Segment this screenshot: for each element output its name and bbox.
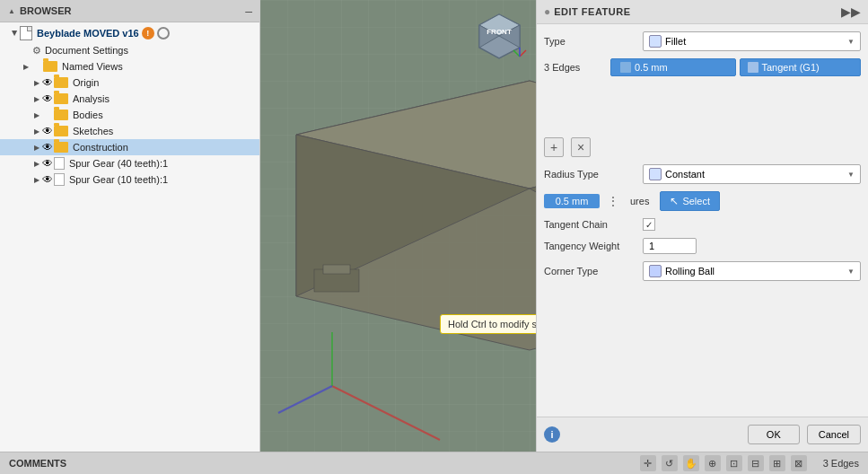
tree-item-document-settings[interactable]: ▶ ⚙ Document Settings <box>0 42 259 58</box>
corner-type-dropdown-btn[interactable]: Rolling Ball ▼ <box>643 261 861 281</box>
browser-collapse-triangle[interactable]: ▲ <box>7 6 16 15</box>
cancel-button[interactable]: Cancel <box>807 425 861 444</box>
tangency-weight-input[interactable] <box>643 238 697 254</box>
toolbar-rotate-icon[interactable]: ↺ <box>662 455 678 471</box>
bodies-label: Bodies <box>73 110 103 120</box>
sketches-triangle[interactable]: ▶ <box>32 127 41 136</box>
radius-input-group[interactable] <box>544 194 600 208</box>
remove-edge-button[interactable]: × <box>571 137 591 157</box>
analysis-triangle[interactable]: ▶ <box>32 94 41 103</box>
named-views-folder-icon <box>43 61 57 72</box>
add-edge-button[interactable]: + <box>544 137 564 157</box>
toolbar-view3-icon[interactable]: ⊠ <box>791 455 807 471</box>
corner-type-row: Corner Type Rolling Ball ▼ <box>544 261 861 281</box>
edges-mm-button[interactable]: 0.5 mm <box>610 58 736 76</box>
corner-type-label: Corner Type <box>544 266 643 276</box>
edges-btn-icon <box>620 62 631 73</box>
footer-buttons: OK Cancel <box>748 425 861 444</box>
type-value: Fillet <box>665 36 686 47</box>
type-dropdown-btn[interactable]: Fillet ▼ <box>643 31 861 51</box>
view-cube[interactable]: FRONT <box>470 7 529 66</box>
remove-icon: × <box>577 140 584 154</box>
toolbar-pan-icon[interactable]: ✋ <box>683 455 699 471</box>
sketches-eye[interactable]: 👁 <box>41 125 54 137</box>
dots-button[interactable]: ⋮ <box>603 194 623 208</box>
radius-value-row: ⋮ ures ↖ Select <box>544 191 861 211</box>
edit-panel-expand-icon[interactable]: ▶▶ <box>841 4 861 19</box>
corner-type-dropdown[interactable]: Rolling Ball ▼ <box>643 261 861 281</box>
toolbar-view2-icon[interactable]: ⊞ <box>769 455 785 471</box>
spur-gear-10-doc-icon <box>54 173 65 186</box>
spur-gear-40-triangle[interactable]: ▶ <box>32 159 41 168</box>
spur-gear-10-eye[interactable]: 👁 <box>41 173 54 186</box>
radius-type-label: Radius Type <box>544 169 643 180</box>
browser-header: ▲ BROWSER – <box>0 0 259 22</box>
spur-gear-10-triangle[interactable]: ▶ <box>32 175 41 184</box>
radius-type-row: Radius Type Constant ▼ <box>544 164 861 184</box>
edges-row: 3 Edges 0.5 mm Tangent (G1) <box>544 58 861 76</box>
tree-root-item[interactable]: ▶ Beyblade MOVED v16 ! <box>0 24 259 42</box>
root-doc-icon <box>20 26 32 40</box>
tangent-chain-checkbox[interactable]: ✓ <box>643 218 655 231</box>
tree-item-analysis[interactable]: ▶ 👁 Analysis <box>0 91 259 107</box>
tree-item-construction[interactable]: ▶ 👁 Construction <box>0 139 259 155</box>
spur-gear-40-doc-icon <box>54 157 65 170</box>
toolbar-move-icon[interactable]: ✛ <box>640 455 656 471</box>
edit-feature-header: ● EDIT FEATURE ▶▶ <box>537 0 868 24</box>
radius-type-dropdown-btn[interactable]: Constant ▼ <box>643 164 861 184</box>
tree-item-spur-gear-40[interactable]: ▶ 👁 Spur Gear (40 teeth):1 <box>0 155 259 171</box>
corner-type-value: Rolling Ball <box>665 266 715 276</box>
spur-gear-10-label: Spur Gear (10 teeth):1 <box>69 174 168 185</box>
gear-icon: ⚙ <box>31 44 43 57</box>
edit-panel: ● EDIT FEATURE ▶▶ Type Fillet <box>536 0 868 452</box>
select-cursor-icon: ↖ <box>670 195 679 207</box>
origin-eye[interactable]: 👁 <box>41 76 54 89</box>
status-right: ✛ ↺ ✋ ⊕ ⊡ ⊟ ⊞ ⊠ 3 Edges <box>640 455 859 471</box>
select-button[interactable]: ↖ Select <box>660 191 720 211</box>
status-bar: COMMENTS ✛ ↺ ✋ ⊕ ⊡ ⊟ ⊞ ⊠ 3 Edges <box>0 452 868 474</box>
radius-input[interactable] <box>549 196 594 206</box>
edges-label: 3 Edges <box>544 62 607 73</box>
tooltip-text: Hold Ctrl to modify selection <box>448 319 536 329</box>
origin-triangle[interactable]: ▶ <box>32 78 41 87</box>
type-dropdown[interactable]: Fillet ▼ <box>643 31 861 51</box>
origin-label: Origin <box>73 77 99 88</box>
bodies-triangle[interactable]: ▶ <box>32 110 41 119</box>
svg-rect-10 <box>323 265 350 274</box>
ok-button[interactable]: OK <box>748 425 800 444</box>
edges-spacer <box>544 83 861 137</box>
analysis-eye[interactable]: 👁 <box>41 92 54 105</box>
tooltip-box: Hold Ctrl to modify selection <box>440 314 536 334</box>
tangent-chain-label: Tangent Chain <box>544 219 643 230</box>
select-label: Select <box>682 196 710 206</box>
edges-value: 0.5 mm <box>635 62 668 73</box>
browser-panel-collapse[interactable]: – <box>245 4 252 18</box>
edit-feature-title: EDIT FEATURE <box>554 6 630 17</box>
construction-eye[interactable]: 👁 <box>41 141 54 154</box>
tangent-button[interactable]: Tangent (G1) <box>740 58 862 76</box>
tree-item-sketches[interactable]: ▶ 👁 Sketches <box>0 123 259 139</box>
root-triangle[interactable]: ▶ <box>11 29 20 38</box>
tree-item-spur-gear-10[interactable]: ▶ 👁 Spur Gear (10 teeth):1 <box>0 171 259 188</box>
named-views-triangle[interactable]: ▶ <box>22 62 31 71</box>
browser-title: BROWSER <box>20 5 71 16</box>
toolbar-icons: ✛ ↺ ✋ ⊕ ⊡ ⊟ ⊞ ⊠ <box>640 455 807 471</box>
tree-item-named-views[interactable]: ▶ 👁 Named Views <box>0 58 259 75</box>
toolbar-view1-icon[interactable]: ⊟ <box>748 455 764 471</box>
corner-type-arrow: ▼ <box>847 268 855 276</box>
view-cube-svg: FRONT <box>470 7 529 66</box>
app-container: ▲ BROWSER – ▶ Beyblade MOVED v16 ! ▶ ⚙ <box>0 0 868 474</box>
tree-item-bodies[interactable]: ▶ 👁 Bodies <box>0 107 259 123</box>
constant-icon <box>649 168 662 180</box>
add-icon: + <box>550 140 557 154</box>
toolbar-zoom-icon[interactable]: ⊕ <box>705 455 721 471</box>
radius-type-dropdown[interactable]: Constant ▼ <box>643 164 861 184</box>
construction-triangle[interactable]: ▶ <box>32 143 41 152</box>
spur-gear-40-eye[interactable]: 👁 <box>41 157 54 170</box>
viewport[interactable]: ⟵ Hold Ctrl to modify selection FRONT <box>260 0 536 452</box>
toolbar-fit-icon[interactable]: ⊡ <box>726 455 742 471</box>
main-area: ▲ BROWSER – ▶ Beyblade MOVED v16 ! ▶ ⚙ <box>0 0 868 452</box>
tree-item-origin[interactable]: ▶ 👁 Origin <box>0 75 259 91</box>
edit-feature-footer: i OK Cancel <box>537 417 868 452</box>
info-icon-button[interactable]: i <box>544 426 560 443</box>
